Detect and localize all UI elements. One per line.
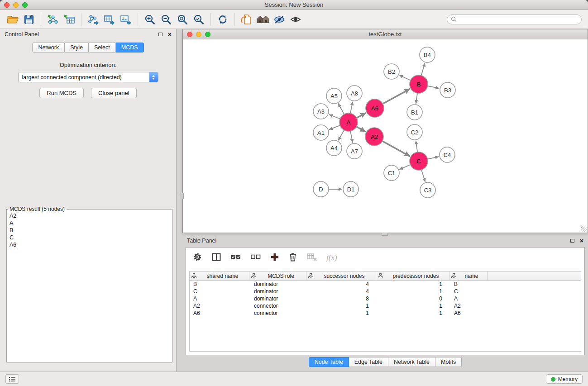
table-row[interactable]: Adominator80A (190, 295, 581, 302)
close-window-button[interactable] (4, 2, 10, 8)
graph-node-A4[interactable]: A4 (326, 140, 342, 156)
float-panel-icon[interactable] (158, 33, 163, 36)
show-graphics-eye-icon[interactable] (287, 12, 304, 27)
table-cell: 4 (306, 281, 376, 287)
graph-node-C4[interactable]: C4 (440, 147, 455, 162)
show-columns-icon[interactable] (211, 252, 221, 264)
zoom-window-button[interactable] (22, 2, 28, 8)
tab-style[interactable]: Style (65, 43, 89, 52)
run-mcds-button[interactable]: Run MCDS (39, 88, 84, 98)
graph-node-B4[interactable]: B4 (420, 47, 435, 62)
mcds-result-title: MCDS result (5 nodes) (8, 206, 67, 212)
import-network-icon[interactable] (45, 12, 61, 27)
graph-node-A2[interactable]: A2 (365, 128, 383, 146)
minimize-network-window-button[interactable] (196, 32, 201, 37)
search-input[interactable] (459, 16, 578, 23)
search-box[interactable] (447, 14, 582, 24)
graph-node-C2[interactable]: C2 (407, 124, 422, 140)
table-panel-header: Table Panel × (182, 235, 588, 246)
table-row[interactable]: A2connector11A2 (190, 302, 581, 310)
zoom-in-icon[interactable] (142, 12, 158, 27)
close-panel-icon[interactable]: × (168, 31, 172, 38)
network-window-titlebar[interactable]: testGlobe.txt (183, 29, 588, 39)
table-row[interactable]: A6connector11A6 (190, 310, 581, 317)
graph-node-A5[interactable]: A5 (326, 88, 342, 104)
delete-column-icon[interactable] (288, 252, 297, 264)
zoom-fit-icon[interactable] (174, 12, 191, 27)
column-header-MCDS-role[interactable]: MCDS role (249, 272, 306, 280)
tab-edge-table[interactable]: Edge Table (349, 357, 388, 367)
add-column-icon[interactable] (270, 253, 279, 263)
tab-select[interactable]: Select (89, 43, 116, 52)
svg-text:A: A (347, 119, 351, 126)
close-network-window-button[interactable] (187, 32, 192, 37)
column-header-shared-name[interactable]: shared name (190, 272, 249, 280)
tab-network[interactable]: Network (32, 43, 65, 52)
table-panel-title: Table Panel (187, 238, 216, 244)
export-table-icon[interactable] (101, 12, 118, 27)
graph-node-A6[interactable]: A6 (366, 99, 384, 117)
graph-node-A1[interactable]: A1 (313, 125, 329, 140)
export-image-icon[interactable] (118, 12, 134, 27)
open-folder-icon[interactable] (5, 12, 21, 27)
svg-text:A5: A5 (330, 93, 338, 100)
svg-text:C: C (416, 158, 421, 165)
close-panel-icon[interactable]: × (580, 238, 583, 244)
float-panel-icon[interactable] (570, 239, 574, 243)
task-history-button[interactable] (5, 374, 19, 384)
table-cell: A6 (190, 310, 249, 316)
export-network-icon[interactable] (85, 12, 101, 27)
optimization-dropdown[interactable]: largest connected component (directed) (18, 72, 158, 82)
table-cell: B (449, 281, 488, 287)
graph-node-C3[interactable]: C3 (420, 182, 435, 198)
graph-node-A7[interactable]: A7 (347, 143, 362, 159)
mcds-result-item[interactable]: A (7, 219, 172, 227)
graph-node-A8[interactable]: A8 (347, 86, 362, 101)
graph-node-B1[interactable]: B1 (407, 105, 422, 120)
save-icon[interactable] (21, 12, 37, 27)
tab-mcds[interactable]: MCDS (116, 43, 144, 52)
mcds-result-item[interactable]: C (7, 234, 172, 241)
deselect-all-icon[interactable] (250, 252, 261, 264)
table-panel-body: f(x) shared nameMCDS rolesuccessor nodes… (186, 247, 585, 355)
graph-node-B3[interactable]: B3 (440, 82, 455, 98)
graph-node-A3[interactable]: A3 (313, 104, 329, 119)
apply-layout-icon[interactable] (215, 12, 231, 27)
import-file-icon[interactable] (239, 12, 255, 27)
table-row[interactable]: Bdominator41B (190, 281, 581, 288)
zoom-selected-icon[interactable] (191, 12, 207, 27)
tab-network-table[interactable]: Network Table (388, 357, 435, 367)
graph-node-C1[interactable]: C1 (384, 165, 399, 181)
memory-button[interactable]: Memory (546, 374, 583, 384)
zoom-network-window-button[interactable] (205, 32, 210, 37)
column-header-name[interactable]: name (449, 272, 488, 280)
hide-graphics-eye-icon[interactable] (271, 12, 287, 27)
mcds-result-item[interactable]: A2 (7, 212, 172, 219)
graph-node-B[interactable]: B (410, 75, 428, 93)
minimize-window-button[interactable] (13, 2, 19, 8)
zoom-out-icon[interactable] (158, 12, 174, 27)
select-all-icon[interactable] (230, 252, 241, 264)
graph-node-C[interactable]: C (410, 152, 428, 170)
tab-node-table[interactable]: Node Table (309, 357, 349, 367)
table-cell: B (190, 281, 249, 287)
function-builder-icon: f(x) (326, 253, 337, 262)
network-canvas[interactable]: B4B2BB3A5A8A6B1A3AC2A1A2A4A7C4CC1C3DD1 (183, 39, 588, 232)
splitter-handle[interactable] (181, 193, 184, 199)
window-resize-grip[interactable] (581, 226, 587, 232)
home-icon[interactable] (255, 12, 271, 27)
import-table-icon[interactable] (61, 12, 77, 27)
column-header-predecessor-nodes[interactable]: predecessor nodes (376, 272, 449, 280)
close-panel-button[interactable]: Close panel (91, 88, 137, 98)
graph-node-A[interactable]: A (339, 113, 358, 131)
network-graph: B4B2BB3A5A8A6B1A3AC2A1A2A4A7C4CC1C3DD1 (183, 39, 588, 232)
mcds-result-item[interactable]: A6 (7, 241, 172, 248)
graph-node-D1[interactable]: D1 (343, 181, 359, 197)
gear-icon[interactable] (192, 252, 202, 264)
mcds-result-item[interactable]: B (7, 227, 172, 234)
column-header-successor-nodes[interactable]: successor nodes (306, 272, 376, 280)
graph-node-D[interactable]: D (313, 181, 329, 197)
graph-node-B2[interactable]: B2 (384, 64, 399, 79)
table-row[interactable]: Cdominator41C (190, 288, 581, 295)
tab-motifs[interactable]: Motifs (435, 357, 462, 367)
